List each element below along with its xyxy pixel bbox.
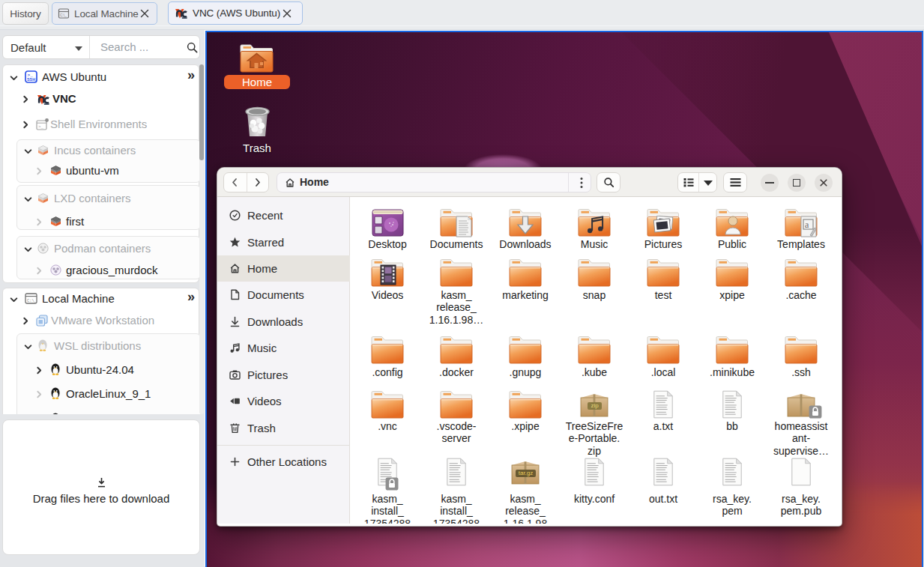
svg-text:SSH: SSH	[27, 77, 35, 82]
svg-text:C:\_: C:\_	[27, 299, 37, 303]
svg-text:C:\_: C:\_	[60, 13, 67, 17]
svg-text:>_: >_	[38, 124, 44, 130]
svg-text:a: a	[805, 219, 809, 230]
